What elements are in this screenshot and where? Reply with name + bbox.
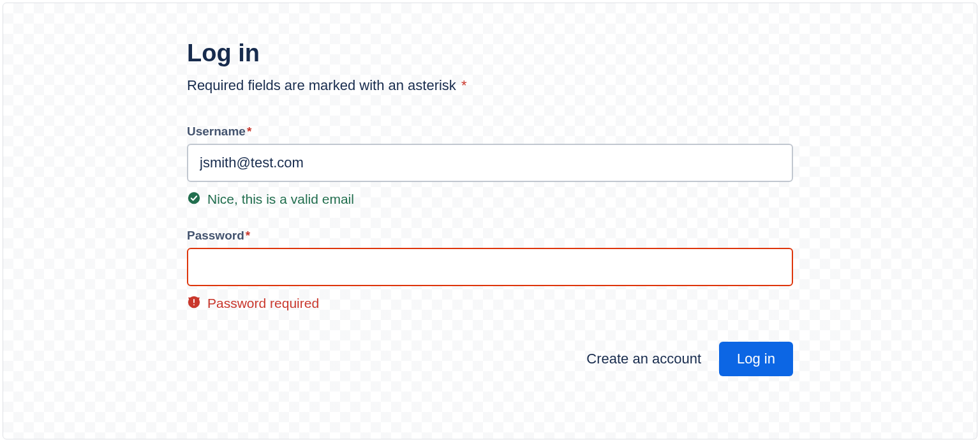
form-actions: Create an account Log in <box>187 342 793 376</box>
required-mark-icon: * <box>246 229 250 242</box>
username-validation: Nice, this is a valid email <box>187 191 793 208</box>
create-account-link[interactable]: Create an account <box>586 351 701 367</box>
password-validation: Password required <box>187 295 793 312</box>
required-mark-icon: * <box>247 125 251 138</box>
password-label-text: Password <box>187 229 244 242</box>
svg-point-0 <box>188 192 200 203</box>
form-container: Log in Required fields are marked with a… <box>3 3 977 439</box>
asterisk-icon: * <box>461 77 467 93</box>
required-hint-text: Required fields are marked with an aster… <box>187 77 456 93</box>
page-title: Log in <box>187 39 793 68</box>
password-input[interactable] <box>187 248 793 286</box>
success-icon <box>187 191 201 208</box>
required-hint: Required fields are marked with an aster… <box>187 77 793 94</box>
password-validation-text: Password required <box>207 296 319 311</box>
username-input[interactable] <box>187 144 793 182</box>
password-field: Password* Password required <box>187 229 793 312</box>
svg-rect-3 <box>193 304 195 305</box>
username-validation-text: Nice, this is a valid email <box>207 192 354 207</box>
error-icon <box>187 295 201 312</box>
username-field: Username* Nice, this is a valid email <box>187 125 793 208</box>
username-label: Username* <box>187 125 793 139</box>
password-label: Password* <box>187 229 793 243</box>
username-label-text: Username <box>187 125 246 138</box>
login-button[interactable]: Log in <box>719 342 793 376</box>
svg-rect-2 <box>193 299 195 303</box>
